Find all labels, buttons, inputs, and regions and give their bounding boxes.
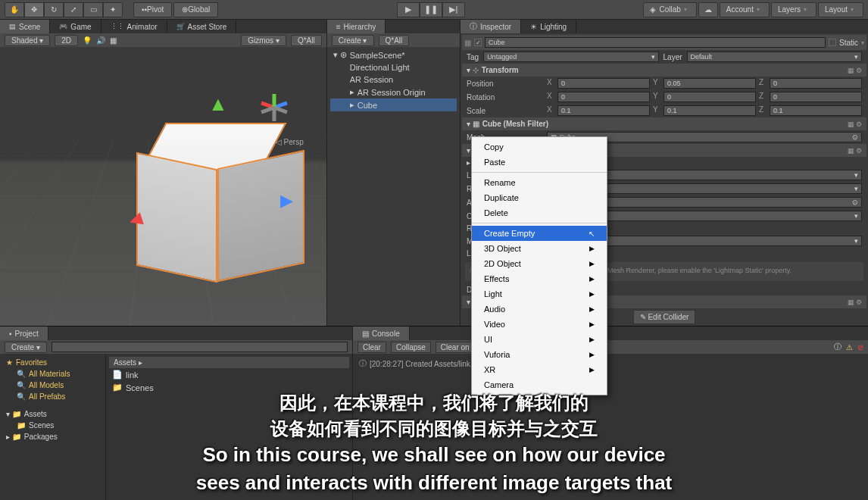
scale-y[interactable] <box>663 105 756 116</box>
tab-game[interactable]: 🎮Game <box>50 20 101 33</box>
info-count-icon[interactable]: ⓘ <box>834 342 841 352</box>
scene-view[interactable]: ▲ ▶ ◀ ◁ Persp <box>0 47 326 326</box>
ctx-duplicate[interactable]: Duplicate <box>472 190 607 205</box>
scenes-folder[interactable]: 📁 Scenes <box>3 420 102 431</box>
all-models[interactable]: 🔍 All Models <box>3 380 102 391</box>
hierarchy-item-ar-session[interactable]: AR Session <box>330 73 457 86</box>
z-axis-gizmo[interactable]: ▶ <box>280 191 293 211</box>
collab-dropdown[interactable]: ◈ Collab ▾ <box>643 2 696 17</box>
ctx-create-empty[interactable]: Create Empty↖ <box>472 226 607 241</box>
project-content[interactable]: Assets ▸ 📄 link 📁 Scenes <box>106 354 352 500</box>
mesh-filter-component-header[interactable]: ▾ ▦ Cube (Mesh Filter)▦ ⚙ <box>462 117 866 130</box>
console-collapse-button[interactable]: Collapse <box>391 342 431 353</box>
tab-project[interactable]: ▪ Project <box>0 327 48 340</box>
gizmos-dropdown[interactable]: Gizmos ▾ <box>241 35 286 46</box>
rotation-z[interactable] <box>770 92 862 102</box>
transform-component-header[interactable]: ▾ ⊹ Transform▦ ⚙ <box>462 64 866 77</box>
mode-2d-toggle[interactable]: 2D <box>55 35 78 46</box>
favorites-folder[interactable]: ★ Favorites <box>3 357 102 368</box>
scene-cube[interactable] <box>136 123 288 274</box>
ctx-camera[interactable]: Camera <box>472 377 607 392</box>
all-materials[interactable]: 🔍 All Materials <box>3 368 102 380</box>
position-y[interactable] <box>663 78 756 89</box>
perspective-label[interactable]: ◁ Persp <box>276 138 304 146</box>
rect-tool[interactable]: ▭ <box>83 2 103 17</box>
tab-console[interactable]: ▤ Console <box>353 327 410 340</box>
shading-dropdown[interactable]: Shaded ▾ <box>5 35 50 46</box>
hierarchy-scene-root[interactable]: ▾ ⊛ SampleScene* <box>330 48 457 61</box>
assets-folder[interactable]: ▾ 📁 Assets <box>3 408 102 420</box>
layers-dropdown[interactable]: Layers ▾ <box>771 2 816 17</box>
position-z[interactable] <box>770 78 862 89</box>
ctx-delete[interactable]: Delete <box>472 205 607 220</box>
layer-dropdown[interactable]: Default▾ <box>687 52 862 62</box>
hierarchy-create-dropdown[interactable]: Create ▾ <box>332 35 374 46</box>
gameobject-name-field[interactable] <box>485 37 826 48</box>
move-tool[interactable]: ✥ <box>24 2 44 17</box>
scale-x[interactable] <box>557 105 650 116</box>
scene-search[interactable]: Q*All <box>291 35 322 46</box>
composite-tool[interactable]: ✦ <box>103 2 123 17</box>
edit-collider-button[interactable]: ✎ Edit Collider <box>633 310 696 324</box>
play-button[interactable]: ▶ <box>397 2 420 17</box>
all-prefabs[interactable]: 🔍 All Prefabs <box>3 391 102 402</box>
layout-dropdown[interactable]: Layout ▾ <box>818 2 863 17</box>
light-icon[interactable]: 💡 <box>83 36 92 45</box>
asset-link[interactable]: 📄 link <box>109 368 349 381</box>
cloud-button[interactable]: ☁ <box>698 2 718 17</box>
asset-scenes[interactable]: 📁 Scenes <box>109 381 349 394</box>
help-icon[interactable]: ▦ <box>848 67 854 74</box>
project-search[interactable] <box>52 342 348 352</box>
audio-icon[interactable]: 🔊 <box>96 36 105 45</box>
scale-z[interactable] <box>770 105 862 116</box>
ctx-audio[interactable]: Audio▶ <box>472 302 607 317</box>
static-checkbox[interactable] <box>829 39 836 46</box>
fx-icon[interactable]: ▦ <box>110 36 117 45</box>
pivot-toggle[interactable]: ▪▪ Pivot <box>133 2 172 17</box>
tab-scene[interactable]: ▤Scene <box>0 20 50 33</box>
ctx-3d-object[interactable]: 3D Object▶ <box>472 241 607 256</box>
error-count-icon[interactable]: ⊘ <box>857 343 863 352</box>
ctx-effects[interactable]: Effects▶ <box>472 271 607 286</box>
ctx-video[interactable]: Video▶ <box>472 317 607 332</box>
hierarchy-item-cube[interactable]: ▸ Cube <box>330 98 457 111</box>
ctx-light[interactable]: Light▶ <box>472 286 607 302</box>
ctx-paste[interactable]: Paste <box>472 155 607 170</box>
console-clear-button[interactable]: Clear <box>358 342 386 353</box>
tag-dropdown[interactable]: Untagged▾ <box>483 52 658 62</box>
y-axis-gizmo[interactable]: ▲ <box>208 92 228 116</box>
rotation-y[interactable] <box>663 92 756 102</box>
step-button[interactable]: ▶| <box>442 2 465 17</box>
pause-button[interactable]: ❚❚ <box>420 2 442 17</box>
console-body[interactable]: ⓘ [20:28:27] Created Assets/link.xml wit… <box>353 354 868 500</box>
gameobject-active-checkbox[interactable] <box>474 39 482 46</box>
hierarchy-item-ar-session-origin[interactable]: ▸ AR Session Origin <box>330 86 457 98</box>
scale-tool[interactable]: ⤢ <box>64 2 83 17</box>
tab-inspector[interactable]: ⓘ Inspector <box>461 20 521 33</box>
tab-lighting[interactable]: ☀ Lighting <box>521 20 576 33</box>
view-orientation-gizmo[interactable] <box>258 85 304 130</box>
ctx-ui[interactable]: UI▶ <box>472 332 607 347</box>
project-create-dropdown[interactable]: Create ▾ <box>5 342 47 353</box>
hand-tool[interactable]: ✋ <box>5 2 24 17</box>
position-x[interactable] <box>557 78 650 89</box>
tab-asset-store[interactable]: 🛒Asset Store <box>167 20 237 33</box>
rotation-x[interactable] <box>557 92 650 102</box>
console-log-entry[interactable]: ⓘ [20:28:27] Created Assets/link.xml wit… <box>356 357 865 370</box>
warning-count-icon[interactable]: ⚠ <box>846 343 853 352</box>
ctx-copy[interactable]: Copy <box>472 139 607 155</box>
global-toggle[interactable]: ⊕ Global <box>173 2 218 17</box>
tab-hierarchy[interactable]: ≡ Hierarchy <box>327 20 386 33</box>
rotate-tool[interactable]: ↻ <box>44 2 64 17</box>
ctx-vuforia[interactable]: Vuforia▶ <box>472 347 607 362</box>
hierarchy-item-directional-light[interactable]: Directional Light <box>330 61 457 73</box>
settings-icon[interactable]: ⚙ <box>856 67 862 74</box>
packages-folder[interactable]: ▸ 📁 Packages <box>3 431 102 442</box>
account-dropdown[interactable]: Account ▾ <box>720 2 770 17</box>
tab-animator[interactable]: ⋮⋮Animator <box>101 20 167 33</box>
hierarchy-search[interactable]: Q*All <box>379 35 410 46</box>
ctx-rename[interactable]: Rename <box>472 175 607 190</box>
ctx-xr[interactable]: XR▶ <box>472 362 607 377</box>
ctx-2d-object[interactable]: 2D Object▶ <box>472 256 607 271</box>
hierarchy-panel[interactable]: ▾ ⊛ SampleScene* Directional Light AR Se… <box>327 47 460 326</box>
